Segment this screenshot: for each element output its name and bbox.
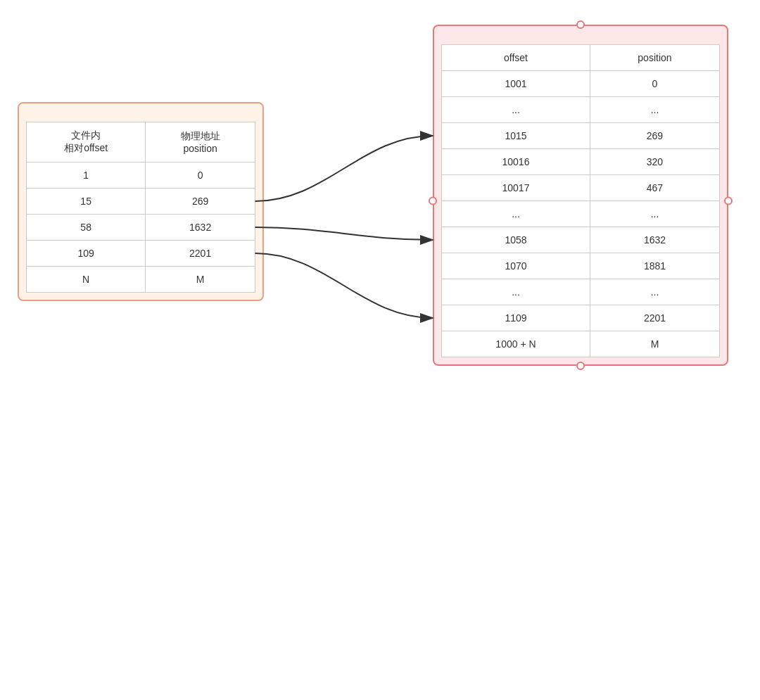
page-container: 文件内相对offset 物理地址position 101526958163210…	[0, 0, 760, 700]
log-table-row: ......	[442, 201, 720, 227]
log-table-row: 10016320	[442, 149, 720, 175]
log-table-cell: ...	[442, 279, 590, 305]
log-table-cell: 1000 + N	[442, 331, 590, 357]
index-box: 文件内相对offset 物理地址position 101526958163210…	[18, 102, 264, 301]
log-table-cell: M	[590, 331, 719, 357]
log-table: offset position 10010......1015269100163…	[441, 44, 720, 357]
index-table-row: 15269	[27, 189, 255, 215]
log-table-cell: 10017	[442, 175, 590, 201]
log-table-cell: ...	[442, 97, 590, 123]
log-table-cell: 1058	[442, 227, 590, 253]
log-box-title	[441, 33, 720, 44]
index-table-cell: N	[27, 267, 146, 293]
index-table-row: 10	[27, 163, 255, 189]
index-table-cell: 58	[27, 215, 146, 241]
log-table-cell: 1881	[590, 253, 719, 279]
index-table-row: NM	[27, 267, 255, 293]
log-col-header-position: position	[590, 45, 719, 71]
log-table-row: 10010	[442, 71, 720, 97]
log-table-cell: ...	[590, 201, 719, 227]
index-table-cell: 269	[146, 189, 255, 215]
log-table-cell: 0	[590, 71, 719, 97]
log-table-cell: 1070	[442, 253, 590, 279]
index-col-header-offset: 文件内相对offset	[27, 122, 146, 163]
log-table-cell: ...	[590, 97, 719, 123]
log-table-cell: 467	[590, 175, 719, 201]
log-table-row: 1015269	[442, 123, 720, 149]
arrow-path	[255, 253, 433, 318]
log-table-cell: 10016	[442, 149, 590, 175]
log-col-header-offset: offset	[442, 45, 590, 71]
log-table-row: ......	[442, 279, 720, 305]
index-table-cell: 0	[146, 163, 255, 189]
index-table-cell: 1632	[146, 215, 255, 241]
log-table-cell: 1001	[442, 71, 590, 97]
index-table-cell: 15	[27, 189, 146, 215]
log-table-row: 11092201	[442, 305, 720, 331]
log-table-row: 1000 + NM	[442, 331, 720, 357]
index-table-cell: 1	[27, 163, 146, 189]
index-table-row: 1092201	[27, 241, 255, 267]
index-table-cell: 109	[27, 241, 146, 267]
log-table-cell: 2201	[590, 305, 719, 331]
arrow-path	[255, 136, 433, 201]
log-table-cell: 269	[590, 123, 719, 149]
log-table-row: 10581632	[442, 227, 720, 253]
index-table: 文件内相对offset 物理地址position 101526958163210…	[26, 122, 255, 293]
log-table-cell: 1632	[590, 227, 719, 253]
log-table-cell: ...	[442, 201, 590, 227]
log-box: offset position 10010......1015269100163…	[433, 25, 728, 366]
index-col-header-position: 物理地址position	[146, 122, 255, 163]
arrow-path	[255, 227, 433, 240]
index-table-cell: 2201	[146, 241, 255, 267]
index-table-cell: M	[146, 267, 255, 293]
log-table-cell: 1109	[442, 305, 590, 331]
log-table-cell: ...	[590, 279, 719, 305]
log-table-cell: 1015	[442, 123, 590, 149]
log-table-cell: 320	[590, 149, 719, 175]
index-table-row: 581632	[27, 215, 255, 241]
index-box-title	[26, 110, 255, 122]
log-table-row: 10017467	[442, 175, 720, 201]
log-table-row: ......	[442, 97, 720, 123]
log-table-row: 10701881	[442, 253, 720, 279]
